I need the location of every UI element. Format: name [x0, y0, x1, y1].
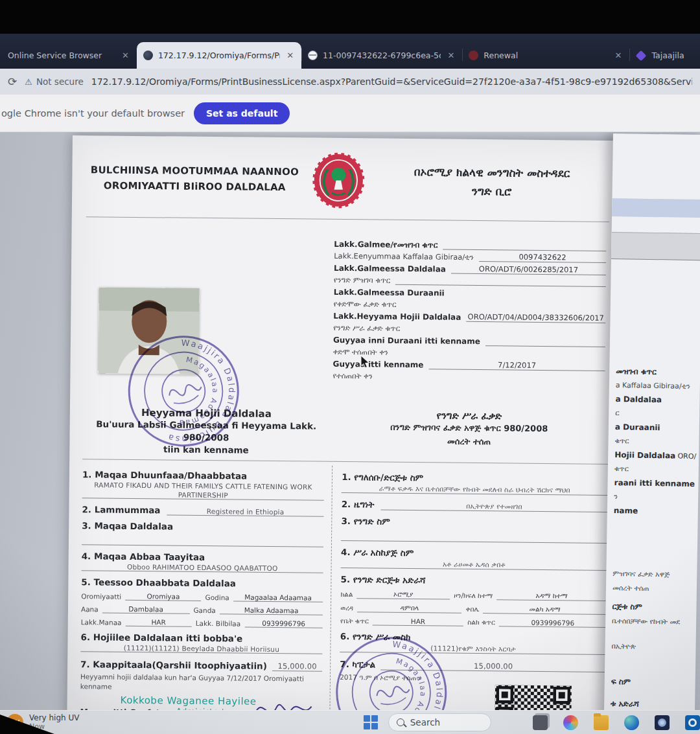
duplicate-license-fragment: መዝገብ ቁጥር a Kaffalaa Gibiraa/ቲን a Daldala…	[603, 133, 700, 710]
tab-renewal[interactable]: Renewal ✕	[462, 42, 629, 69]
fragment-text: ርጅቱ ስም	[612, 602, 642, 612]
fragment-text: መዝገብ ቁጥር	[616, 367, 657, 376]
registration-value: 0097432622	[479, 252, 606, 263]
address-value: 0939996796	[499, 618, 607, 628]
photos-app-icon[interactable]	[655, 715, 670, 730]
registration-value: ORO/ADT/04/AD004/38332606/2017	[466, 312, 605, 323]
officer-signature-block: Kokkobe Waganee Hayilee Maqaa Itti Gaafa…	[80, 693, 322, 710]
address-row: ወረዳ ዳምበላ ቀበሌ መልካ አዳማ	[340, 603, 607, 615]
tab-close-icon[interactable]: ✕	[285, 51, 295, 60]
title-line: ንግድ ቢሮ	[373, 181, 611, 201]
fragment-text: ቁጥር	[614, 464, 629, 473]
fragment-line: ቁጥር	[614, 431, 696, 446]
stamp-arc-text: Waajjira Daldalaa Bulchinsa	[348, 630, 454, 710]
registration-label: Lakk.Eenyummaa Kaffalaa Gibiraa/ቲን	[334, 251, 479, 262]
address-label: የቤት ቁጥር	[340, 617, 369, 625]
copilot-icon[interactable]	[563, 715, 578, 730]
qr-finder	[554, 687, 570, 704]
start-button[interactable]	[364, 715, 378, 729]
field-value: RAMATO FIKADU AND THEIR FAMILYS CATTLE F…	[82, 481, 324, 491]
fragment-text: Hojii Daldalaa	[614, 450, 675, 460]
page-content: BULCHIINSA MOOTUMMAA NAANNOO OROMIYAATTI…	[0, 132, 700, 710]
highlighted-band	[612, 198, 700, 218]
default-browser-infobar: ogle Chrome isn't your default browser S…	[0, 95, 700, 132]
tab-print-business-license[interactable]: 172.17.9.12/Oromiya/Forms/Pr ✕	[137, 42, 301, 69]
address-label: ቀበሌ	[465, 605, 479, 614]
address-value: HAR	[373, 617, 463, 626]
globe-favicon	[308, 51, 318, 60]
address-value: Oromiyaa	[125, 591, 201, 601]
file-explorer-icon[interactable]	[594, 715, 609, 730]
monitor-bezel-top	[0, 0, 700, 34]
stamp-arc-text: Waajjira Daldalaa Bulchinsa	[137, 329, 246, 452]
fragment-line: መዝገብ ቁጥር	[616, 361, 697, 376]
address-row: Lakk.Manaa HAR Lakk. Bilbilaa 0939996796	[81, 617, 323, 628]
registration-numbers-block: Lakk.Galmee/የመዝገብ ቁጥር Lakk.Eenyummaa Kaf…	[332, 236, 606, 383]
tab-close-icon[interactable]: ✕	[121, 51, 130, 60]
header-divider	[86, 216, 609, 222]
address-label: Lakk. Bilbilaa	[196, 619, 241, 628]
field-label: 4. Maqaa Abbaa Taayitaa	[82, 551, 323, 564]
task-view-icon[interactable]	[533, 715, 548, 730]
field-label: 2. ዜግነት	[342, 499, 375, 510]
fragment-text: a Daldalaa	[615, 395, 662, 404]
registration-label: የንግድ ሥራ ፈቃድ ቁጥር	[333, 323, 405, 333]
address-row: Oromiyaatti Oromiyaa Godina Magaalaa Ada…	[81, 591, 323, 602]
fragment-line: a Kaffalaa Gibiraa/ቲን	[616, 376, 697, 391]
document-header: BULCHIINSA MOOTUMMAA NAANNOO OROMIYAATTI…	[72, 135, 624, 214]
tab-close-icon[interactable]: ✕	[446, 51, 456, 60]
address-label: Godina	[205, 593, 229, 601]
tab-service-guid[interactable]: 11-0097432622-6799c6ea-5ce ✕	[301, 42, 462, 69]
search-icon	[397, 718, 404, 726]
address-row: Aana Dambalaa Ganda Malka Adaamaa	[81, 604, 323, 615]
oromia-trade-bureau-logo-icon	[310, 150, 367, 212]
tab-online-service-browser[interactable]: Online Service Browser ✕	[1, 42, 137, 69]
registration-label: Guyyaa inni Duraani itti kenname	[333, 335, 485, 345]
registration-value: 7/12/2017	[428, 360, 605, 371]
edge-browser-icon[interactable]	[624, 715, 639, 730]
field-label: 6. Hojiilee Daldalaan itti bobba'e	[80, 632, 322, 645]
blank-field-line	[341, 527, 607, 544]
qr-code	[495, 685, 572, 710]
address-row: የቤት ቁጥር HAR ስልክ ቁጥር 0939996796	[340, 617, 607, 628]
fragment-line: raani itti kenname	[614, 473, 695, 488]
svg-text:Waajjira Daldalaa Bulchinsa: Waajjira Daldalaa Bulchinsa	[137, 329, 246, 452]
fragment-text: ር	[615, 409, 619, 417]
set-as-default-button[interactable]: Set as default	[194, 102, 290, 124]
address-value: ኦሮሚያ	[356, 590, 450, 599]
security-label: Not secure	[36, 76, 84, 87]
field-value: PARTINERSHIP	[82, 490, 324, 501]
address-value: Malka Adaamaa	[220, 606, 323, 615]
taskbar-search[interactable]: Search	[388, 713, 491, 731]
registration-value	[378, 381, 605, 383]
address-bar[interactable]: 172.17.9.12/Oromiya/Forms/PrintBusinessL…	[91, 76, 692, 87]
tab-close-icon[interactable]: ✕	[614, 51, 624, 60]
office-stamp-icon: Waajjira Daldalaa Bulchinsa Magaalaa Ada…	[329, 630, 454, 710]
capital-row: 7. Kaappitaala(Qarshii Itoophiyaatiin) 1…	[80, 658, 322, 672]
fragment-text: በኢትዮጵ	[611, 642, 636, 651]
address-label: ስልክ ቁጥር	[467, 618, 495, 626]
globe-favicon	[143, 51, 153, 60]
tab-label: Renewal	[484, 51, 608, 60]
outlook-icon[interactable]	[685, 715, 700, 730]
taskbar-apps	[533, 715, 700, 730]
tab-label: 11-0097432622-6799c6ea-5ce	[323, 51, 441, 60]
fragment-text: ምዝገባና ፈቃድ አዋጅ	[612, 569, 670, 579]
bureau-title-oromo: BULCHIINSA MOOTUMMAA NAANNOO OROMIYAATTI…	[85, 163, 304, 195]
windows-taskbar: UV Very high UV Now Search	[0, 710, 700, 734]
reload-icon[interactable]: ⟳	[8, 75, 17, 88]
blank-field-line	[82, 531, 323, 547]
browser-window: Online Service Browser ✕ 172.17.9.12/Oro…	[0, 34, 700, 734]
fragment-text: name	[614, 506, 638, 516]
widget-title: Very high UV	[29, 714, 79, 723]
tab-strip: Online Service Browser ✕ 172.17.9.12/Oro…	[0, 34, 700, 69]
field-label: 2. Lammummaa	[82, 504, 160, 515]
tab-label: 172.17.9.12/Oromiya/Forms/Pr	[158, 51, 280, 60]
registration-label: Lakk.Heyyama Hojii Daldalaa	[333, 311, 466, 321]
tab-label: Online Service Browser	[8, 51, 115, 60]
security-indicator[interactable]: ⚠ Not secure	[25, 76, 83, 87]
office-stamp-icon: Waajjira Daldalaa Bulchinsa Magaalaa Ada…	[121, 329, 246, 453]
tab-tajaajila[interactable]: Tajaajila	[629, 42, 700, 69]
fragment-text: ቱ አድራሻ	[611, 699, 639, 709]
registration-label: የቀድሞው ፈቃድ ቁጥር	[333, 299, 401, 309]
